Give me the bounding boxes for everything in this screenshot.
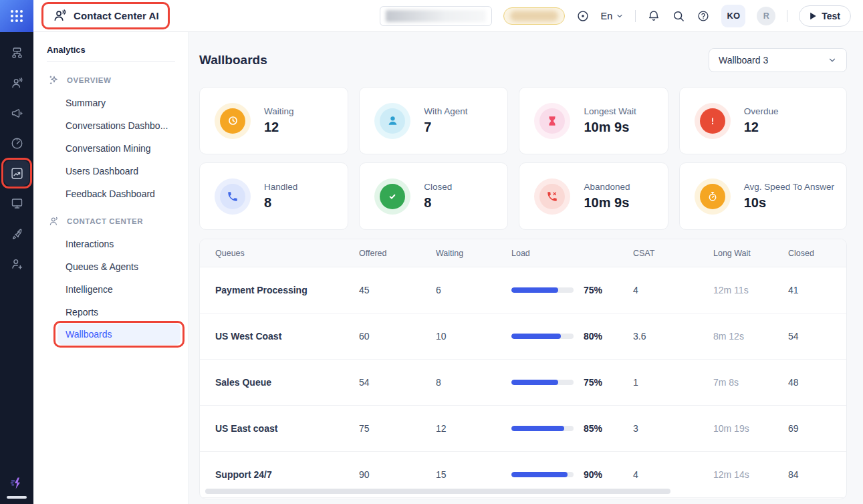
- sidebar-item-conversation-mining[interactable]: Conversation Mining: [33, 137, 189, 160]
- kpi-label: With Agent: [424, 106, 467, 116]
- col-long-wait: Long Wait: [713, 249, 788, 258]
- kpi-value: 10s: [744, 195, 834, 211]
- waiting-value: 10: [436, 331, 511, 342]
- blurred-pill-text: [510, 11, 558, 21]
- waiting-value: 15: [436, 469, 511, 480]
- closed-value: 84: [788, 469, 836, 480]
- gauge-icon[interactable]: [4, 135, 29, 151]
- kpi-label: Waiting: [264, 106, 294, 116]
- load-cell: 90%: [511, 469, 633, 480]
- kpi-label: Abandoned: [584, 182, 630, 192]
- horizontal-scrollbar[interactable]: [205, 489, 670, 494]
- test-button[interactable]: Test: [799, 5, 851, 27]
- invite-user-icon[interactable]: [4, 255, 29, 271]
- sidebar-item-interactions[interactable]: Interactions: [33, 233, 189, 255]
- campaigns-icon[interactable]: [4, 105, 29, 121]
- queue-name: Payment Processing: [215, 285, 359, 295]
- usage-pill[interactable]: [503, 7, 565, 25]
- kpi-value: 7: [424, 120, 467, 135]
- sidebar-item-feedback-dashboard[interactable]: Feedback Dashboard: [33, 182, 189, 205]
- page-title: Wallboards: [199, 53, 267, 68]
- kpi-card-with-agent: With Agent 7: [359, 87, 508, 154]
- kpi-value: 8: [264, 195, 297, 211]
- sparkle-icon: [48, 74, 60, 86]
- load-cell: 75%: [511, 285, 633, 295]
- language-selector[interactable]: En: [601, 11, 624, 21]
- sidebar-item-users-dashboard[interactable]: Users Dashboard: [33, 160, 189, 182]
- user-initials-badge[interactable]: KO: [721, 5, 745, 27]
- csat-value: 3.6: [633, 331, 713, 342]
- col-csat: CSAT: [633, 249, 713, 258]
- load-progressbar: [511, 380, 574, 385]
- offered-value: 75: [359, 423, 436, 434]
- app-launcher-button[interactable]: [0, 0, 33, 32]
- csat-value: 1: [633, 377, 713, 388]
- sidebar-item-intelligence[interactable]: Intelligence: [33, 278, 189, 301]
- apps-grid-icon: [11, 10, 23, 22]
- col-queues: Queues: [215, 249, 359, 258]
- global-search-input[interactable]: [380, 6, 492, 26]
- kpi-label: Longest Wait: [584, 106, 636, 116]
- kpi-value: 12: [744, 120, 779, 135]
- kpi-card-overdue: Overdue 12: [679, 87, 847, 154]
- clock-icon: [215, 103, 251, 139]
- offered-value: 90: [359, 469, 436, 480]
- section-overview: OVERVIEW: [33, 69, 189, 92]
- app-title: Contact Center AI: [74, 10, 159, 21]
- load-progressbar: [511, 334, 574, 339]
- kpi-label: Handled: [264, 182, 297, 192]
- sidebar-item-summary[interactable]: Summary: [33, 92, 189, 114]
- search-icon[interactable]: [672, 9, 685, 23]
- kpi-value: 12: [264, 120, 294, 135]
- notifications-bell-icon[interactable]: [647, 9, 660, 23]
- closed-value: 41: [788, 285, 836, 295]
- record-icon[interactable]: [576, 9, 590, 23]
- queue-name: US East coast: [215, 423, 359, 434]
- waiting-value: 8: [436, 377, 511, 388]
- kpi-value: 10m 9s: [584, 195, 630, 211]
- table-row[interactable]: Payment Processing 45 6 75% 4 12m 11s 41: [200, 267, 846, 313]
- kpi-value: 10m 9s: [584, 120, 636, 135]
- hourglass-icon: [534, 103, 570, 139]
- table-row[interactable]: Sales Queue 54 8 75% 1 7m 8s 48: [200, 360, 846, 406]
- phone-icon: [215, 178, 251, 215]
- offered-value: 45: [359, 285, 436, 295]
- offered-value: 54: [359, 377, 436, 388]
- rocket-icon[interactable]: [4, 225, 29, 241]
- flash-icon[interactable]: [9, 475, 25, 491]
- kpi-label: Closed: [424, 182, 452, 192]
- table-row[interactable]: US West Coast 60 10 80% 3.6 8m 12s 54: [200, 313, 846, 360]
- long-wait-value: 12m 11s: [713, 285, 788, 295]
- load-percent: 90%: [584, 469, 602, 480]
- phone-missed-icon: [534, 178, 570, 215]
- icon-rail: [0, 32, 33, 504]
- table-row[interactable]: US East coast 75 12 85% 3 10m 19s 69: [200, 406, 846, 452]
- analytics-chart-icon[interactable]: [4, 160, 29, 186]
- app-title-annotated[interactable]: Contact Center AI: [48, 5, 163, 26]
- col-closed: Closed: [788, 249, 836, 258]
- section-overview-label: OVERVIEW: [67, 76, 112, 84]
- col-offered: Offered: [359, 249, 436, 258]
- sidebar-item-conversations-dashboard[interactable]: Conversations Dashbo...: [33, 114, 189, 137]
- closed-value: 48: [788, 377, 836, 388]
- monitor-icon[interactable]: [4, 195, 29, 211]
- flows-icon[interactable]: [4, 45, 29, 61]
- sidebar-item-reports[interactable]: Reports: [33, 301, 189, 324]
- queue-name: Support 24/7: [215, 469, 359, 480]
- chevron-down-icon: [616, 12, 624, 20]
- divider: [47, 61, 175, 62]
- sidebar-item-wallboards[interactable]: Wallboards: [57, 324, 180, 345]
- divider: [635, 10, 636, 22]
- load-percent: 85%: [584, 423, 602, 434]
- long-wait-value: 12m 14s: [713, 469, 788, 480]
- help-icon[interactable]: [697, 9, 710, 23]
- agents-icon[interactable]: [4, 75, 29, 91]
- load-percent: 75%: [584, 285, 602, 295]
- load-cell: 80%: [511, 331, 633, 342]
- csat-value: 4: [633, 469, 713, 480]
- wallboard-select[interactable]: Wallboard 3: [709, 48, 847, 72]
- kpi-label: Avg. Speed To Answer: [744, 182, 834, 192]
- load-progressbar: [511, 472, 574, 477]
- sidebar-item-queues-agents[interactable]: Queues & Agents: [33, 255, 189, 278]
- avatar[interactable]: R: [757, 7, 775, 25]
